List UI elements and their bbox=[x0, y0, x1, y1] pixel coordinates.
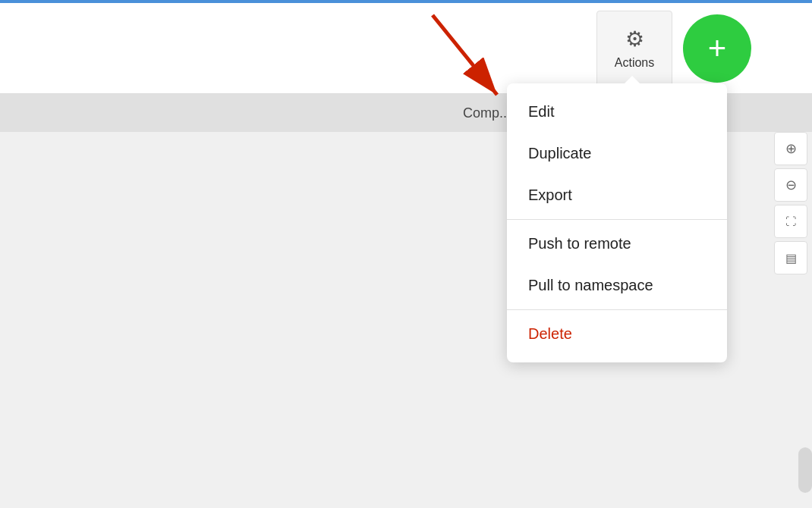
menu-item-delete[interactable]: Delete bbox=[507, 313, 727, 355]
actions-dropdown: EditDuplicateExportPush to remotePull to… bbox=[507, 83, 727, 362]
plus-icon: + bbox=[708, 33, 727, 64]
zoom-in-button[interactable]: ⊕ bbox=[774, 132, 807, 165]
fit-screen-icon: ⛶ bbox=[785, 215, 796, 227]
header: ⚙ Actions + bbox=[0, 3, 812, 94]
zoom-out-icon: ⊖ bbox=[785, 177, 797, 193]
comments-icon: ▤ bbox=[785, 251, 797, 265]
scrollbar[interactable] bbox=[798, 447, 812, 493]
zoom-out-button[interactable]: ⊖ bbox=[774, 168, 807, 202]
zoom-in-icon: ⊕ bbox=[785, 140, 797, 157]
gear-icon: ⚙ bbox=[625, 27, 644, 52]
right-sidebar: ⊕ ⊖ ⛶ ▤ bbox=[774, 132, 812, 284]
actions-button[interactable]: ⚙ Actions bbox=[596, 11, 672, 86]
menu-item-export[interactable]: Export bbox=[507, 174, 727, 216]
menu-item-push-to-remote[interactable]: Push to remote bbox=[507, 223, 727, 265]
comp-label: Comp... bbox=[463, 105, 511, 121]
divider-divider1 bbox=[507, 219, 727, 220]
menu-item-edit[interactable]: Edit bbox=[507, 91, 727, 133]
menu-item-pull-to-namespace[interactable]: Pull to namespace bbox=[507, 265, 727, 306]
menu-item-duplicate[interactable]: Duplicate bbox=[507, 133, 727, 174]
comments-button[interactable]: ▤ bbox=[774, 241, 807, 274]
actions-label: Actions bbox=[615, 56, 654, 70]
fit-screen-button[interactable]: ⛶ bbox=[774, 205, 807, 238]
add-button[interactable]: + bbox=[683, 14, 751, 83]
divider-divider2 bbox=[507, 309, 727, 310]
